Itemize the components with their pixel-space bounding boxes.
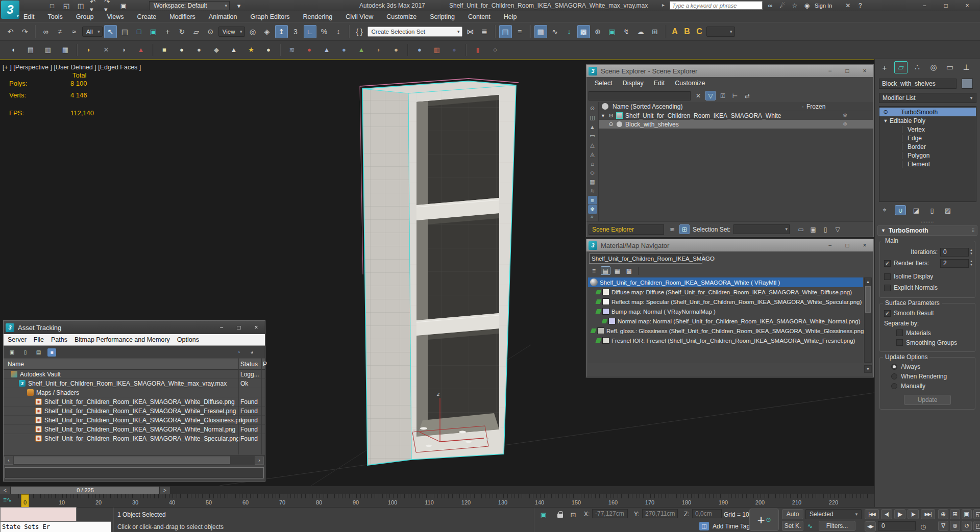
redo-icon[interactable]: ↷ ▾ bbox=[104, 1, 114, 10]
curve-editor-icon[interactable]: ∿ bbox=[549, 25, 561, 38]
schematic-view-icon[interactable]: ↓ bbox=[563, 25, 576, 38]
ribbon-toggle-icon[interactable]: ▦ bbox=[534, 25, 547, 38]
menu-item[interactable]: Views bbox=[107, 13, 124, 20]
new-file-icon[interactable]: □ bbox=[47, 1, 57, 10]
explorer-filter-icon[interactable]: ⊙ bbox=[588, 104, 597, 113]
render-in-cloud-icon[interactable]: ☁ bbox=[634, 25, 647, 38]
separator[interactable] bbox=[465, 44, 467, 56]
zoom-extents-all-icon[interactable]: ◱ bbox=[973, 509, 980, 519]
column-divider[interactable] bbox=[238, 359, 239, 454]
view-icons-large-icon[interactable]: ▩ bbox=[624, 266, 634, 275]
rectangular-selection-icon[interactable]: □ bbox=[133, 25, 145, 38]
explorer-filter-icon[interactable]: ◬ bbox=[588, 150, 597, 159]
set-key-big-button[interactable]: +⊙ bbox=[749, 509, 779, 531]
manually-radio[interactable] bbox=[891, 383, 897, 389]
column-divider[interactable] bbox=[261, 359, 262, 454]
pin-stack-icon[interactable]: ⌖ bbox=[879, 205, 890, 215]
fov-icon[interactable]: ∇ bbox=[938, 521, 948, 531]
plugin-icon[interactable]: ◑ bbox=[117, 44, 130, 56]
maximize-button[interactable]: □ bbox=[935, 0, 957, 11]
communication-center-icon[interactable]: ☄ bbox=[778, 1, 787, 10]
separator[interactable] bbox=[280, 44, 281, 56]
paste-icon[interactable]: ▣ bbox=[118, 1, 129, 10]
menu-item[interactable]: Paths bbox=[51, 336, 67, 343]
menu-item[interactable]: Civil View bbox=[346, 13, 373, 20]
orbit-icon[interactable]: ↺ bbox=[962, 521, 972, 531]
select-manipulate-icon[interactable]: ◈ bbox=[261, 25, 274, 38]
help-icon[interactable]: ? bbox=[855, 1, 865, 10]
render-iters-checkbox[interactable]: ✓ bbox=[884, 260, 891, 267]
panel-splitter-handle[interactable]: :::::::: bbox=[875, 219, 980, 224]
scene-tree-row[interactable]: ⊙ Block_with_shelves ❄ bbox=[599, 120, 873, 129]
undo-icon[interactable]: ↶ ▾ bbox=[90, 1, 100, 10]
modifier-list-dropdown[interactable]: Modifier List bbox=[879, 93, 976, 103]
separator[interactable] bbox=[407, 44, 408, 56]
expand-caret-icon[interactable]: ▼ bbox=[601, 113, 607, 118]
frozen-snowflake-icon[interactable]: ❄ bbox=[843, 112, 847, 119]
set-key-mode-button[interactable]: Set K. bbox=[782, 521, 803, 531]
percent-snap-icon[interactable]: % bbox=[318, 25, 331, 38]
configure-modifier-icon[interactable]: ▨ bbox=[942, 205, 953, 215]
explorer-filter-icon[interactable]: ▦ bbox=[588, 178, 597, 186]
navigator-scrollbar[interactable]: ▲ bbox=[864, 277, 872, 363]
isoline-display-checkbox[interactable] bbox=[884, 273, 891, 280]
minimize-button[interactable]: − bbox=[821, 65, 839, 77]
plugin-icon[interactable]: ● bbox=[303, 44, 315, 56]
render-preset-combo[interactable] bbox=[706, 27, 735, 37]
material-tree-row[interactable]: Shelf_Unit_for_Children_Room_IKEA_SMAGOR… bbox=[588, 277, 863, 287]
x-coord-field[interactable]: -77,127cm bbox=[592, 509, 628, 518]
material-tree-row[interactable]: Reflect map: Specular (Shelf_Unit_for_Ch… bbox=[588, 297, 863, 307]
tab-display[interactable]: ▭ bbox=[943, 61, 957, 73]
menu-item[interactable]: Rendering bbox=[303, 13, 333, 20]
object-name-field[interactable]: Block_with_shelves bbox=[879, 79, 957, 89]
explicit-normals-checkbox[interactable] bbox=[884, 285, 891, 291]
explorer-filter-icon[interactable]: ≡ bbox=[588, 196, 597, 205]
goto-start-icon[interactable]: |◀◀ bbox=[865, 509, 879, 519]
edit-set-icon[interactable]: ▭ bbox=[796, 224, 806, 234]
menu-item[interactable]: Create bbox=[137, 13, 157, 20]
select-move-icon[interactable]: + bbox=[161, 25, 174, 38]
menu-item[interactable]: Graph Editors bbox=[250, 13, 289, 20]
asset-row[interactable]: ◉ Shelf_Unit_for_Children_Room_IKEA_SMAG… bbox=[4, 407, 265, 416]
scrub-thumb[interactable]: 0 / 225 bbox=[11, 487, 159, 494]
maximize-viewport-icon[interactable]: ◰ bbox=[973, 521, 980, 531]
stack-row-icon[interactable]: ▼ bbox=[881, 118, 890, 123]
mini-curve-editor-icon[interactable]: ≡∿ bbox=[3, 496, 12, 503]
menu-item[interactable]: File bbox=[34, 336, 44, 343]
selection-set-dropdown[interactable] bbox=[733, 224, 790, 234]
selection-filter-dropdown[interactable]: All bbox=[82, 27, 103, 37]
minimize-button[interactable]: − bbox=[914, 0, 935, 11]
menu-item[interactable]: Display bbox=[623, 80, 644, 87]
state-c-icon[interactable]: C bbox=[694, 25, 705, 38]
pan-hand-icon[interactable]: ⊛ bbox=[950, 521, 960, 531]
state-a-icon[interactable]: A bbox=[670, 25, 680, 38]
menu-item[interactable]: Bitmap Performance and Memory bbox=[75, 336, 170, 343]
unlink-selection-icon[interactable]: ≠ bbox=[54, 25, 66, 38]
ref-coordsys-dropdown[interactable]: View bbox=[218, 27, 245, 37]
plugin-icon[interactable]: ▮ bbox=[472, 44, 484, 56]
z-coord-field[interactable]: 0,0cm bbox=[692, 509, 722, 518]
name-column-header[interactable]: Name bbox=[4, 361, 24, 368]
path-column-header[interactable]: P bbox=[263, 361, 267, 368]
asset-row[interactable]: ◉ Shelf_Unit_for_Children_Room_IKEA_SMAG… bbox=[4, 425, 265, 434]
hierarchy-icon[interactable]: ⊞ bbox=[679, 224, 690, 234]
menu-item[interactable]: Scripting bbox=[430, 13, 455, 20]
select-rotate-icon[interactable]: ↻ bbox=[176, 25, 188, 38]
tab-modify[interactable]: ▱ bbox=[894, 61, 908, 73]
close-button[interactable]: × bbox=[856, 65, 873, 77]
plugin-icon[interactable]: ○ bbox=[489, 44, 501, 56]
select-place-icon[interactable]: ⊙ bbox=[204, 25, 217, 38]
search-input[interactable] bbox=[670, 1, 763, 10]
modifier-stack-row[interactable]: ▼ Editable Poly bbox=[879, 116, 976, 125]
app-logo-icon[interactable]: 3▾ bbox=[1, 1, 19, 19]
track-scrub-bar[interactable]: < 0 / 225 > bbox=[0, 486, 874, 494]
when-rendering-radio[interactable] bbox=[891, 373, 897, 379]
show-end-result-icon[interactable]: ∪ bbox=[895, 205, 906, 215]
y-coord-field[interactable]: 270,711cm bbox=[642, 509, 678, 518]
render-iters-spinner[interactable]: 2 bbox=[940, 259, 969, 268]
select-object-icon[interactable]: ↖ bbox=[104, 25, 117, 38]
material-tree-row[interactable]: Fresnel IOR: Fresnel (Shelf_Unit_for_Chi… bbox=[588, 336, 863, 345]
horizontal-scrollbar[interactable]: ‹ › bbox=[4, 455, 265, 465]
zoom-extents-icon[interactable]: ▣ bbox=[962, 509, 972, 519]
menu-item[interactable]: Content bbox=[468, 13, 491, 20]
